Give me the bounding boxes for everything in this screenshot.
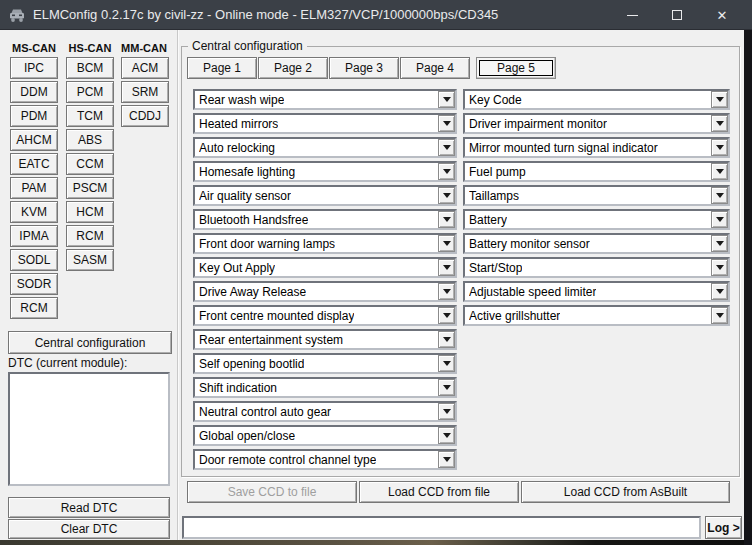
module-button-cddj[interactable]: CDDJ xyxy=(121,105,169,127)
combo-value: Start/Stop xyxy=(469,261,522,275)
combo-value: Self opening bootlid xyxy=(199,357,304,371)
chevron-down-icon[interactable] xyxy=(438,163,455,180)
combo-drive-away-release[interactable]: Drive Away Release xyxy=(193,281,457,302)
combo-key-out-apply[interactable]: Key Out Apply xyxy=(193,257,457,278)
window-body: MS-CAN HS-CAN MM-CAN IPC DDM PDM AHCM EA… xyxy=(0,30,744,540)
module-button-eatc[interactable]: EATC xyxy=(10,153,58,175)
chevron-down-icon[interactable] xyxy=(438,211,455,228)
chevron-down-icon[interactable] xyxy=(438,379,455,396)
chevron-down-icon[interactable] xyxy=(711,235,728,252)
combo-auto-relocking[interactable]: Auto relocking xyxy=(193,137,457,158)
chevron-down-icon[interactable] xyxy=(711,139,728,156)
module-button-pscm[interactable]: PSCM xyxy=(66,177,114,199)
clear-dtc-button[interactable]: Clear DTC xyxy=(8,519,170,539)
chevron-down-icon[interactable] xyxy=(438,91,455,108)
combo-homesafe-lighting[interactable]: Homesafe lighting xyxy=(193,161,457,182)
minimize-button[interactable] xyxy=(610,0,654,30)
tab-page-4[interactable]: Page 4 xyxy=(400,57,470,79)
combo-rear-entertainment-system[interactable]: Rear entertainment system xyxy=(193,329,457,350)
combo-shift-indication[interactable]: Shift indication xyxy=(193,377,457,398)
dtc-list[interactable] xyxy=(8,372,170,486)
module-button-hcm[interactable]: HCM xyxy=(66,201,114,223)
chevron-down-icon[interactable] xyxy=(438,259,455,276)
module-button-ahcm[interactable]: AHCM xyxy=(10,129,58,151)
chevron-down-icon[interactable] xyxy=(711,211,728,228)
module-button-rcm-ms[interactable]: RCM xyxy=(10,297,58,319)
combo-value: Active grillshutter xyxy=(469,309,560,323)
combo-front-door-warning-lamps[interactable]: Front door warning lamps xyxy=(193,233,457,254)
combo-rear-wash-wipe[interactable]: Rear wash wipe xyxy=(193,89,457,110)
module-button-tcm[interactable]: TCM xyxy=(66,105,114,127)
load-ccd-from-file-button[interactable]: Load CCD from file xyxy=(359,481,519,503)
combo-self-opening-bootlid[interactable]: Self opening bootlid xyxy=(193,353,457,374)
chevron-down-icon[interactable] xyxy=(438,283,455,300)
module-button-abs[interactable]: ABS xyxy=(66,129,114,151)
chevron-down-icon[interactable] xyxy=(711,307,728,324)
combo-adjustable-speed-limiter[interactable]: Adjustable speed limiter xyxy=(463,281,730,302)
combo-value: Drive Away Release xyxy=(199,285,306,299)
module-button-sasm[interactable]: SASM xyxy=(66,249,114,271)
combo-heated-mirrors[interactable]: Heated mirrors xyxy=(193,113,457,134)
combo-taillamps[interactable]: Taillamps xyxy=(463,185,730,206)
combo-value: Auto relocking xyxy=(199,141,275,155)
combo-global-open-close[interactable]: Global open/close xyxy=(193,425,457,446)
close-button[interactable]: ✕ xyxy=(700,0,744,30)
combo-start-stop[interactable]: Start/Stop xyxy=(463,257,730,278)
combo-value: Battery monitor sensor xyxy=(469,237,590,251)
chevron-down-icon[interactable] xyxy=(711,283,728,300)
chevron-down-icon[interactable] xyxy=(438,115,455,132)
module-button-pcm[interactable]: PCM xyxy=(66,81,114,103)
tab-page-2[interactable]: Page 2 xyxy=(258,57,328,79)
chevron-down-icon[interactable] xyxy=(711,187,728,204)
command-input[interactable] xyxy=(182,516,701,539)
chevron-down-icon[interactable] xyxy=(438,187,455,204)
central-configuration-tab[interactable]: Central configuration xyxy=(8,331,172,354)
chevron-down-icon[interactable] xyxy=(438,331,455,348)
combo-value: Mirror mounted turn signal indicator xyxy=(469,141,658,155)
chevron-down-icon[interactable] xyxy=(438,403,455,420)
module-button-kvm[interactable]: KVM xyxy=(10,201,58,223)
combo-battery[interactable]: Battery xyxy=(463,209,730,230)
module-button-ipc[interactable]: IPC xyxy=(10,57,58,79)
module-button-sodr[interactable]: SODR xyxy=(10,273,58,295)
chevron-down-icon[interactable] xyxy=(438,427,455,444)
chevron-down-icon[interactable] xyxy=(711,163,728,180)
module-button-acm[interactable]: ACM xyxy=(121,57,169,79)
module-button-ccm[interactable]: CCM xyxy=(66,153,114,175)
load-ccd-from-asbuilt-button[interactable]: Load CCD from AsBuilt xyxy=(521,481,730,503)
combo-fuel-pump[interactable]: Fuel pump xyxy=(463,161,730,182)
combo-active-grillshutter[interactable]: Active grillshutter xyxy=(463,305,730,326)
combo-neutral-control-auto-gear[interactable]: Neutral control auto gear xyxy=(193,401,457,422)
module-button-sodl[interactable]: SODL xyxy=(10,249,58,271)
module-button-ipma[interactable]: IPMA xyxy=(10,225,58,247)
combo-front-centre-mounted-display[interactable]: Front centre mounted display xyxy=(193,305,457,326)
read-dtc-button[interactable]: Read DTC xyxy=(8,497,170,518)
module-button-rcm-hs[interactable]: RCM xyxy=(66,225,114,247)
module-button-ddm[interactable]: DDM xyxy=(10,81,58,103)
tab-page-1[interactable]: Page 1 xyxy=(187,57,257,79)
combo-key-code[interactable]: Key Code xyxy=(463,89,730,110)
log-button[interactable]: Log > xyxy=(705,516,742,539)
combo-mirror-mounted-turn-signal-indicator[interactable]: Mirror mounted turn signal indicator xyxy=(463,137,730,158)
combo-battery-monitor-sensor[interactable]: Battery monitor sensor xyxy=(463,233,730,254)
module-button-pam[interactable]: PAM xyxy=(10,177,58,199)
tab-page-3[interactable]: Page 3 xyxy=(329,57,399,79)
chevron-down-icon[interactable] xyxy=(438,451,455,468)
module-button-pdm[interactable]: PDM xyxy=(10,105,58,127)
chevron-down-icon[interactable] xyxy=(711,259,728,276)
sidebar-divider xyxy=(177,30,178,540)
chevron-down-icon[interactable] xyxy=(438,355,455,372)
chevron-down-icon[interactable] xyxy=(438,307,455,324)
chevron-down-icon[interactable] xyxy=(711,115,728,132)
module-button-srm[interactable]: SRM xyxy=(121,81,169,103)
combo-air-quality-sensor[interactable]: Air quality sensor xyxy=(193,185,457,206)
chevron-down-icon[interactable] xyxy=(438,235,455,252)
chevron-down-icon[interactable] xyxy=(438,139,455,156)
combo-bluetooth-handsfree[interactable]: Bluetooth Handsfree xyxy=(193,209,457,230)
combo-door-remote-control-channel-type[interactable]: Door remote control channel type xyxy=(193,449,457,470)
tab-page-5[interactable]: Page 5 xyxy=(476,57,556,79)
chevron-down-icon[interactable] xyxy=(711,91,728,108)
module-button-bcm[interactable]: BCM xyxy=(66,57,114,79)
maximize-button[interactable] xyxy=(655,0,699,30)
combo-driver-impairment-monitor[interactable]: Driver impairment monitor xyxy=(463,113,730,134)
